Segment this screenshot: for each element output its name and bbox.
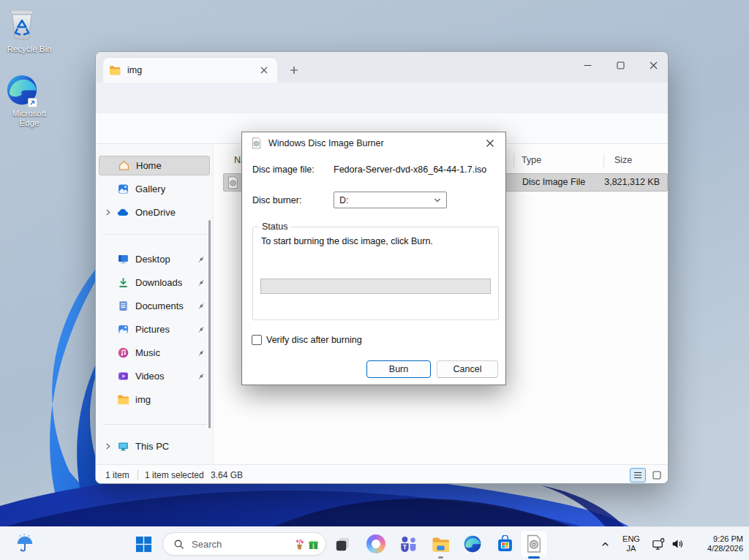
music-icon [116, 347, 129, 359]
shortcut-arrow-icon [28, 98, 37, 107]
dialog-close-button[interactable] [481, 135, 500, 151]
file-size: 3,821,312 KB [604, 177, 660, 187]
file-explorer-button[interactable] [429, 532, 452, 556]
recycle-bin-icon [5, 6, 53, 42]
tab-close-icon[interactable] [257, 63, 271, 77]
new-tab-button[interactable] [286, 62, 302, 78]
this-pc-icon [116, 440, 129, 453]
sidebar-item-this-pc[interactable]: This PC [99, 436, 210, 456]
pin-icon [197, 302, 206, 311]
sidebar-item-music[interactable]: Music [99, 343, 210, 363]
disc-burner-label: Disc burner: [252, 195, 301, 205]
sidebar-item-label: OneDrive [135, 207, 206, 218]
tab-strip: img [96, 52, 668, 83]
videos-icon [116, 370, 129, 382]
burn-button[interactable]: Burn [366, 360, 431, 378]
task-view-button[interactable] [331, 532, 354, 556]
taskbar-search[interactable] [162, 532, 326, 556]
sidebar-item-onedrive[interactable]: OneDrive [99, 203, 210, 222]
chevron-right-icon[interactable] [99, 208, 116, 216]
folder-icon [116, 394, 129, 405]
edge-taskbar-button[interactable] [461, 532, 484, 556]
clock[interactable]: 9:26 PM 4/28/2026 [690, 534, 743, 553]
gift-icon [307, 538, 320, 550]
desktop-icon-edge[interactable]: Microsoft Edge [5, 73, 53, 128]
sidebar-item-label: Pictures [135, 324, 197, 335]
tray-chevron-up-icon[interactable] [595, 534, 614, 553]
desktop-icon-label: Microsoft Edge [5, 109, 53, 128]
sidebar-item-home[interactable]: Home [99, 156, 210, 175]
search-icon [173, 539, 184, 550]
disc-burner-dropdown[interactable]: D: [334, 192, 447, 208]
sidebar-item-pictures[interactable]: Pictures [99, 319, 210, 339]
verify-checkbox-label: Verify disc after burning [266, 335, 362, 345]
disc-burner-dialog: Windows Disc Image Burner Disc image fil… [241, 132, 506, 385]
sidebar-item-label: img [135, 394, 206, 405]
pin-icon [197, 279, 206, 287]
pictures-icon [116, 323, 129, 336]
thumbnail-view-toggle[interactable] [649, 468, 665, 483]
sidebar-divider [103, 234, 207, 235]
taskbar: ENG JA 9:26 PM 4/28/2026 [0, 526, 749, 560]
status-message: To start burning the disc image, click B… [261, 236, 433, 246]
desktop-icon [116, 253, 129, 265]
disc-image-file-label: Disc image file: [252, 164, 315, 175]
gallery-icon [116, 183, 129, 195]
sidebar-item-downloads[interactable]: Downloads [99, 273, 210, 292]
tray-date: 4/28/2026 [690, 544, 743, 553]
sidebar-item-gallery[interactable]: Gallery [99, 179, 210, 199]
pin-icon [197, 372, 206, 381]
sidebar-item-label: Desktop [135, 254, 197, 265]
network-icon[interactable] [650, 532, 667, 556]
cancel-button[interactable]: Cancel [437, 360, 498, 378]
disc-image-icon [251, 137, 262, 149]
sidebar-item-img[interactable]: img [99, 390, 210, 409]
verify-checkbox[interactable] [252, 335, 262, 345]
language-line1: ENG [619, 534, 644, 544]
details-view-toggle[interactable] [630, 468, 646, 483]
selection-size: 3.64 GB [211, 470, 243, 480]
address-bar-row: Start backup › Documents › img [96, 83, 668, 113]
weather-widget[interactable] [10, 532, 39, 556]
burn-progress-bar [260, 279, 491, 294]
chevron-right-icon[interactable] [99, 442, 116, 450]
sidebar-item-label: Videos [135, 371, 197, 382]
disc-burner-app-button[interactable] [520, 530, 548, 558]
sidebar-item-label: Music [135, 347, 197, 358]
desktop-icon-label: Recycle Bin [5, 45, 53, 54]
volume-icon[interactable] [669, 532, 686, 556]
dialog-titlebar[interactable]: Windows Disc Image Burner [242, 132, 505, 154]
item-count: 1 item [105, 470, 129, 480]
taskbar-search-input[interactable] [192, 539, 293, 550]
status-legend: Status [259, 222, 290, 232]
explorer-running-indicator [438, 556, 443, 559]
minimize-button[interactable] [573, 53, 602, 77]
sidebar-item-desktop[interactable]: Desktop [99, 249, 210, 269]
onedrive-icon [116, 207, 129, 218]
store-button[interactable] [493, 532, 516, 556]
sidebar-item-videos[interactable]: Videos [99, 366, 210, 386]
desktop-icon-recycle-bin[interactable]: Recycle Bin [5, 6, 53, 54]
status-bar: 1 item 1 item selected 3.64 GB [96, 464, 668, 484]
folder-icon [109, 64, 121, 76]
explorer-tab-img[interactable]: img [103, 58, 277, 83]
disc-image-file-icon [227, 176, 239, 189]
column-header-size[interactable]: Size [614, 155, 632, 165]
sidebar-item-label: Gallery [135, 183, 206, 194]
selection-count: 1 item selected [145, 470, 204, 480]
teams-button[interactable] [396, 532, 420, 556]
start-button[interactable] [132, 532, 155, 556]
column-header-type[interactable]: Type [522, 155, 541, 165]
sidebar-item-documents[interactable]: Documents [99, 296, 210, 316]
copilot-button[interactable] [364, 532, 388, 556]
window-close-button[interactable] [639, 53, 668, 77]
sidebar-scrollbar[interactable] [208, 220, 211, 428]
maximize-button[interactable] [606, 53, 635, 77]
sidebar-item-label: This PC [135, 441, 206, 452]
tab-title: img [127, 65, 257, 75]
chevron-down-icon [434, 197, 441, 204]
language-indicator[interactable]: ENG JA [619, 534, 644, 553]
sidebar-item-label: Home [136, 160, 205, 171]
edge-icon [5, 73, 53, 107]
pin-icon [197, 255, 206, 264]
